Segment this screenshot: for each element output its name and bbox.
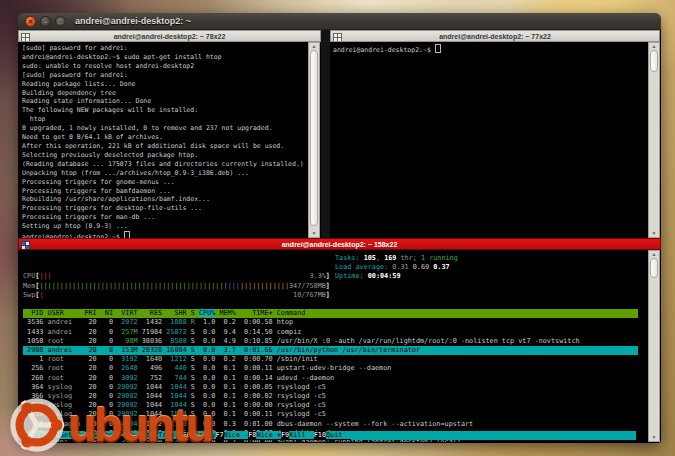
terminal-line: Selecting previously deselected package … bbox=[22, 151, 308, 160]
load-average-line: Load average: 0.31 0.69 0.37 bbox=[335, 263, 458, 272]
minimize-button[interactable]: – bbox=[40, 16, 51, 27]
pane-splitter[interactable] bbox=[321, 30, 330, 238]
terminal-line: Processing triggers for bamfdaemon ... bbox=[22, 187, 308, 196]
process-row[interactable]: 1433 andrei 20 0 257M 71984 25872 S 0.0 … bbox=[23, 328, 648, 337]
scroll-up-icon[interactable]: ▲ bbox=[309, 44, 319, 49]
pane-title: andrei@andrei-desktop2: ~ 78x22 bbox=[114, 33, 226, 40]
process-row[interactable]: 260 root 20 0 3092 752 744 S 0.0 0.1 0:0… bbox=[23, 374, 648, 383]
scroll-down-icon[interactable]: ▼ bbox=[309, 231, 319, 236]
scrollbar-top-right[interactable]: ▲ ▼ bbox=[648, 42, 660, 238]
scroll-up-icon[interactable]: ▲ bbox=[649, 252, 659, 257]
terminal-line: 0 upgraded, 1 newly installed, 0 to remo… bbox=[22, 124, 308, 133]
close-button[interactable]: ✕ bbox=[25, 16, 36, 27]
terminal-line: [sudo] password for andrei: bbox=[22, 71, 308, 80]
terminal-top-right[interactable]: andrei@andrei-desktop2:~$ bbox=[330, 42, 648, 238]
terminal-line: Reading state information... Done bbox=[22, 97, 308, 106]
scrollbar-top-left[interactable]: ▲ ▼ bbox=[308, 42, 320, 238]
terminal-line: Processing triggers for desktop-file-uti… bbox=[22, 204, 308, 213]
ubuntu-watermark: ubuntu bbox=[8, 396, 212, 454]
scroll-down-icon[interactable]: ▼ bbox=[649, 435, 659, 440]
close-icon: ✕ bbox=[28, 18, 34, 25]
ubuntu-logo-icon bbox=[8, 396, 66, 454]
process-row[interactable]: 3536 andrei 20 0 2972 1432 1088 R 1.0 0.… bbox=[23, 318, 648, 327]
minimize-icon: – bbox=[44, 18, 48, 25]
scrollbar-thumb[interactable] bbox=[650, 50, 658, 72]
terminal-line: After this operation, 221 kB of addition… bbox=[22, 142, 308, 151]
terminal-line: Building dependency tree bbox=[22, 89, 308, 98]
terminal-line: Reading package lists... Done bbox=[22, 80, 308, 89]
pane-title: andrei@andrei-desktop2: ~ 77x22 bbox=[439, 33, 551, 40]
fkey-f10[interactable]: F10Quit bbox=[314, 431, 351, 440]
pane-grid-icon bbox=[21, 33, 30, 42]
fkey-f7[interactable]: F7Nice - bbox=[216, 431, 249, 440]
fkey-f8[interactable]: F8Nice + bbox=[248, 431, 281, 440]
scrollbar-thumb[interactable] bbox=[310, 50, 318, 226]
process-row[interactable]: 2908 andrei 20 0 153M 28328 16084 S 0.0 … bbox=[23, 346, 638, 355]
terminal-top-left[interactable]: [sudo] password for andrei:andrei@andrei… bbox=[19, 42, 308, 238]
mem-meter: Mem[||||||||||||||||||||||||||||||||||||… bbox=[23, 282, 648, 291]
process-row[interactable]: 364 syslog 20 0 29092 1044 1044 S 0.0 0.… bbox=[23, 383, 648, 392]
swp-meter: Swp[| 10/767MB] bbox=[23, 291, 648, 300]
pane-header-top-left[interactable]: andrei@andrei-desktop2: ~ 78x22 bbox=[18, 30, 321, 42]
pane-header-bottom[interactable]: andrei@andrei-desktop2: ~ 158x22 bbox=[18, 238, 661, 250]
window-title: andrei@andrei-desktop2: ~ bbox=[75, 16, 191, 26]
terminal-line: [sudo] password for andrei: bbox=[22, 44, 308, 53]
terminal-line: Processing triggers for man-db ... bbox=[22, 213, 308, 222]
terminal-line: sudo: unable to resolve host andrei-desk… bbox=[22, 62, 308, 71]
terminal-line: Need to get 0 B/64.1 kB of archives. bbox=[22, 133, 308, 142]
terminal-line: htop bbox=[22, 115, 308, 124]
tasks-line: Tasks: 105, 169 thr; 1 running bbox=[335, 254, 458, 263]
fkey-f9[interactable]: F9Kill bbox=[281, 431, 314, 440]
pane-header-top-right[interactable]: andrei@andrei-desktop2: ~ 77x22 bbox=[330, 30, 660, 42]
text-cursor bbox=[124, 231, 130, 238]
maximize-button[interactable]: □ bbox=[55, 16, 66, 27]
pane-grid-icon bbox=[333, 33, 342, 42]
htop-column-header: PID USER PRI NI VIRT RES SHR S CPU% MEM%… bbox=[23, 309, 638, 318]
fbar-filler bbox=[351, 431, 636, 440]
window-titlebar[interactable]: ✕ – □ andrei@andrei-desktop2: ~ bbox=[18, 13, 661, 30]
process-row[interactable]: 256 root 20 0 2648 496 440 S 0.0 0.1 0:0… bbox=[23, 364, 648, 373]
process-row[interactable]: 1 root 20 0 3192 1640 1212 S 0.0 0.2 0:0… bbox=[23, 355, 648, 364]
scrollbar-thumb[interactable] bbox=[650, 258, 658, 278]
scroll-down-icon[interactable]: ▼ bbox=[649, 231, 659, 236]
pane-title: andrei@andrei-desktop2: ~ 158x22 bbox=[282, 241, 398, 248]
scrollbar-bottom[interactable]: ▲ ▼ bbox=[648, 250, 660, 442]
terminal-prompt-line: andrei@andrei-desktop2:~$ bbox=[22, 231, 308, 238]
uptime-line: Uptime: 00:04:59 bbox=[335, 272, 458, 281]
process-row[interactable]: 1058 root 20 0 98M 38036 8508 S 0.0 4.9 … bbox=[23, 337, 648, 346]
blank-line bbox=[23, 300, 648, 309]
terminal-line: Processing triggers for gnome-menus ... bbox=[22, 178, 308, 187]
terminal-line: (Reading database ... 175073 files and d… bbox=[22, 160, 308, 169]
terminal-line: Setting up htop (0.9-3) ... bbox=[22, 222, 308, 231]
htop-summary: Tasks: 105, 169 thr; 1 runningLoad avera… bbox=[335, 254, 458, 282]
terminator-window: ✕ – □ andrei@andrei-desktop2: ~ andrei@a… bbox=[18, 13, 661, 443]
maximize-icon: □ bbox=[58, 18, 62, 25]
terminal-line: andrei@andrei-desktop2:~$ sudo apt-get i… bbox=[22, 53, 308, 62]
ubuntu-wordmark: ubuntu bbox=[68, 397, 212, 453]
terminal-line: Rebuilding /usr/share/applications/bamf.… bbox=[22, 195, 308, 204]
pane-grid-icon bbox=[21, 241, 30, 250]
terminal-prompt-line: andrei@andrei-desktop2:~$ bbox=[333, 44, 648, 55]
terminal-line: The following NEW packages will be insta… bbox=[22, 106, 308, 115]
text-cursor bbox=[435, 44, 441, 53]
scroll-up-icon[interactable]: ▲ bbox=[649, 44, 659, 49]
terminal-line: Unpacking htop (from .../archives/htop_0… bbox=[22, 169, 308, 178]
